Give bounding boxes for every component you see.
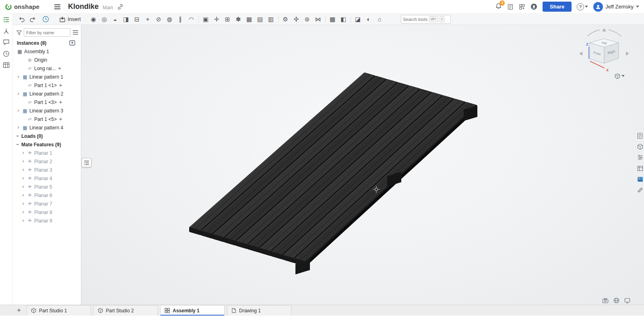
expand-chevron-icon[interactable]: › xyxy=(21,159,25,164)
expand-chevron-icon[interactable]: › xyxy=(21,151,25,155)
section-view-icon[interactable]: ◪ xyxy=(353,15,363,24)
bom-panel-icon[interactable] xyxy=(636,165,644,172)
3d-viewport[interactable]: Top Front Right Z X xyxy=(81,25,644,305)
view-options-button[interactable] xyxy=(615,73,625,79)
belt-relation-icon[interactable]: ⋈ xyxy=(313,15,324,24)
parts-panel-icon[interactable] xyxy=(636,143,644,150)
expand-chevron-icon[interactable]: › xyxy=(16,108,21,113)
insert-instance-icon[interactable] xyxy=(69,40,75,46)
versions-panel-icon[interactable] xyxy=(2,50,11,57)
3d-scene[interactable]: Top Front Right Z X xyxy=(81,25,644,305)
tree-item-origin[interactable]: › ◎ Origin xyxy=(13,56,81,64)
fastened-mate-icon[interactable]: ◎ xyxy=(99,15,110,24)
release-notes-icon[interactable] xyxy=(507,4,514,10)
gear-relation-icon[interactable]: ⚙ xyxy=(280,15,291,24)
tab-assembly-1[interactable]: Assembly 1 xyxy=(160,305,225,316)
mate-item-planar-9[interactable]: › ✛ Planar 9 xyxy=(13,216,81,225)
render-panel-icon[interactable] xyxy=(636,176,644,183)
share-button[interactable]: Share xyxy=(543,2,572,12)
tree-item-linear-pattern-4[interactable]: › ▦ Linear pattern 4 xyxy=(13,123,81,132)
tab-part-studio-1[interactable]: Part Studio 1 xyxy=(27,305,91,316)
app-store-icon[interactable] xyxy=(519,4,525,10)
collapsed-feature-list-button[interactable] xyxy=(82,158,91,167)
mate-item-planar-4[interactable]: › ✛ Planar 4 xyxy=(13,174,81,183)
exploded-view-icon[interactable]: ▩ xyxy=(327,15,338,24)
mate-item-planar-5[interactable]: › ✛ Planar 5 xyxy=(13,183,81,191)
expand-chevron-icon[interactable]: › xyxy=(16,125,21,130)
tree-item-linear-pattern-1[interactable]: › ▦ Linear pattern 1 xyxy=(13,73,81,81)
tree-item-linear-pattern-2[interactable]: › ▦ Linear pattern 2 xyxy=(13,89,81,98)
comments-panel-icon[interactable] xyxy=(2,39,11,46)
slider-mate-icon[interactable]: ◨ xyxy=(121,15,132,24)
tree-item-part-1-3[interactable]: › ▱ Part 1 <3> ✛ xyxy=(13,98,81,106)
snapshot-icon[interactable]: ▥ xyxy=(266,15,277,24)
filter-icon[interactable] xyxy=(17,30,22,35)
new-tab-button[interactable]: + xyxy=(14,305,24,316)
mate-item-planar-7[interactable]: › ✛ Planar 7 xyxy=(13,199,81,208)
mate-item-planar-1[interactable]: › ✛ Planar 1 xyxy=(13,149,81,157)
screw-relation-icon[interactable]: ⊚ xyxy=(302,15,313,24)
filter-by-name-input[interactable] xyxy=(24,28,70,37)
configuration-panel-icon[interactable] xyxy=(636,154,644,161)
main-menu-icon[interactable] xyxy=(54,4,61,10)
replicate-icon[interactable]: ▦ xyxy=(244,15,255,24)
expand-chevron-icon[interactable]: › xyxy=(21,168,25,172)
view-cube[interactable]: Top Front Right Z X xyxy=(579,28,629,72)
mate-item-planar-2[interactable]: › ✛ Planar 2 xyxy=(13,157,81,166)
expand-chevron-icon[interactable]: › xyxy=(21,185,25,189)
tree-item-part-1-5[interactable]: › ▱ Part 1 <5> ✛ xyxy=(13,115,81,123)
perspective-icon[interactable] xyxy=(613,297,619,303)
rotate-left-arrow-icon[interactable] xyxy=(579,52,582,56)
parallel-relation-icon[interactable]: ∥ xyxy=(175,15,186,24)
mate-connector-panel-icon[interactable] xyxy=(2,27,11,35)
insert-button[interactable]: Insert xyxy=(56,15,84,24)
document-panel-icon[interactable] xyxy=(2,16,11,23)
learning-center-icon[interactable] xyxy=(530,3,537,10)
expand-chevron-icon[interactable]: › xyxy=(21,210,25,214)
linear-pattern-icon[interactable]: ⊞ xyxy=(222,15,233,24)
collapse-chevron-icon[interactable]: › xyxy=(15,134,20,138)
loads-section-header[interactable]: › Loads (0) xyxy=(13,132,81,140)
rack-pinion-relation-icon[interactable]: ✣ xyxy=(291,15,302,24)
revolute-mate-icon[interactable]: ◒ xyxy=(110,15,121,24)
user-menu[interactable]: Jeff Zemsky xyxy=(593,2,639,12)
mate-item-planar-8[interactable]: › ✛ Planar 8 xyxy=(13,208,81,216)
properties-panel-icon[interactable] xyxy=(636,132,644,139)
circular-pattern-icon[interactable]: ✽ xyxy=(233,15,244,24)
tree-item-part-1-1[interactable]: › ▱ Part 1 <1> ✛ xyxy=(13,81,81,89)
rotate-cw-arrow-icon[interactable] xyxy=(609,30,621,36)
cylindrical-mate-icon[interactable]: ⌖ xyxy=(142,15,153,24)
tab-part-studio-2[interactable]: Part Studio 2 xyxy=(93,305,158,316)
tangent-relation-icon[interactable]: ◠ xyxy=(186,15,197,24)
rotate-up-arrow-icon[interactable] xyxy=(602,28,606,31)
pin-slot-mate-icon[interactable]: ⊘ xyxy=(153,15,164,24)
tree-item-long-rail[interactable]: › ▱ Long rai... ✛ xyxy=(13,64,81,73)
search-tools-input[interactable] xyxy=(403,17,428,22)
group-icon[interactable]: ▣ xyxy=(200,15,211,24)
mate-features-section-header[interactable]: › Mate Features (9) xyxy=(13,140,81,149)
planar-mate-icon[interactable]: ⊟ xyxy=(132,15,142,24)
undo-icon[interactable] xyxy=(16,15,27,24)
tree-item-assembly-1[interactable]: ▦ Assembly 1 xyxy=(13,47,81,56)
tree-item-linear-pattern-3[interactable]: › ▦ Linear pattern 3 xyxy=(13,106,81,115)
fullscreen-icon[interactable] xyxy=(624,298,630,303)
onshape-logo[interactable]: onshape xyxy=(5,3,39,10)
rotate-right-arrow-icon[interactable] xyxy=(626,52,629,56)
expand-chevron-icon[interactable]: › xyxy=(16,75,21,79)
instances-section-header[interactable]: Instances (8) xyxy=(13,39,81,47)
mate-item-planar-6[interactable]: › ✛ Planar 6 xyxy=(13,191,81,199)
redo-icon[interactable] xyxy=(27,15,38,24)
mate-icon[interactable]: ◉ xyxy=(88,15,99,24)
expand-chevron-icon[interactable]: › xyxy=(21,193,25,197)
help-menu[interactable]: ? xyxy=(577,3,588,10)
named-positions-icon[interactable]: ▤ xyxy=(255,15,266,24)
update-icon[interactable] xyxy=(40,15,51,24)
expand-chevron-icon[interactable]: › xyxy=(21,176,25,181)
expand-chevron-icon[interactable]: › xyxy=(16,91,21,96)
measure-icon[interactable]: ⌂ xyxy=(374,15,385,24)
pallet-3d-model[interactable] xyxy=(189,73,477,274)
display-states-icon[interactable]: ◧ xyxy=(338,15,349,24)
workspace-name[interactable]: Main xyxy=(103,5,113,10)
snapshot-icon[interactable] xyxy=(602,298,609,303)
copy-link-icon[interactable] xyxy=(117,4,124,10)
